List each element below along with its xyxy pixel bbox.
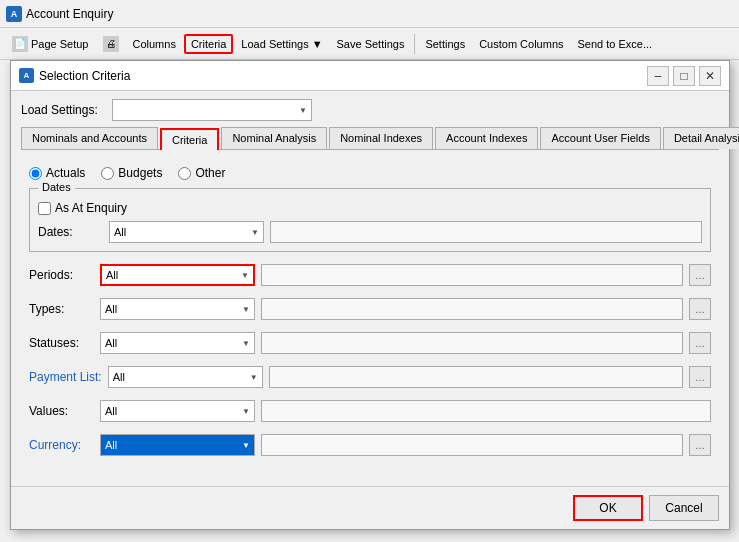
statuses-value: All: [105, 337, 117, 349]
custom-columns-button[interactable]: Custom Columns: [473, 35, 569, 53]
radio-group-actuals-budgets: Actuals Budgets Other: [29, 164, 711, 182]
values-dropdown[interactable]: All ▼: [100, 400, 255, 422]
dialog-footer: OK Cancel: [11, 486, 729, 529]
app-title: Account Enquiry: [26, 7, 113, 21]
payment-list-row: Payment List: All ▼ …: [29, 366, 711, 388]
types-label: Types:: [29, 302, 94, 316]
tab-criteria[interactable]: Criteria: [160, 128, 219, 150]
types-row: Types: All ▼ …: [29, 298, 711, 320]
main-toolbar: 📄 Page Setup 🖨 Columns Criteria Load Set…: [0, 28, 739, 60]
print-button[interactable]: 🖨: [97, 33, 125, 55]
toolbar-separator-1: [414, 34, 415, 54]
load-settings-dropdown[interactable]: ▼: [112, 99, 312, 121]
tab-nominal-analysis[interactable]: Nominal Analysis: [221, 127, 327, 149]
send-to-excel-button[interactable]: Send to Exce...: [572, 35, 659, 53]
as-at-enquiry-checkbox[interactable]: [38, 202, 51, 215]
radio-actuals[interactable]: Actuals: [29, 166, 85, 180]
dates-value: All: [114, 226, 126, 238]
page-setup-icon: 📄: [12, 36, 28, 52]
columns-button[interactable]: Columns: [127, 35, 182, 53]
dates-field-label: Dates:: [38, 225, 103, 239]
periods-text-field: [261, 264, 683, 286]
app-window: A Account Enquiry 📄 Page Setup 🖨 Columns…: [0, 0, 739, 542]
tab-nominals-accounts[interactable]: Nominals and Accounts: [21, 127, 158, 149]
dates-text-field: [270, 221, 702, 243]
currency-value: All: [105, 439, 117, 451]
statuses-row: Statuses: All ▼ …: [29, 332, 711, 354]
dialog-close-button[interactable]: ✕: [699, 66, 721, 86]
print-icon: 🖨: [103, 36, 119, 52]
dialog-minimize-button[interactable]: –: [647, 66, 669, 86]
statuses-dropdown-arrow-icon: ▼: [242, 339, 250, 348]
dialog-title-left: A Selection Criteria: [19, 68, 130, 83]
dialog-icon: A: [19, 68, 34, 83]
currency-dropdown[interactable]: All ▼: [100, 434, 255, 456]
periods-dropdown-arrow-icon: ▼: [241, 271, 249, 280]
dialog-content: Load Settings: ▼ Nominals and Accounts C…: [11, 91, 729, 486]
load-settings-label: Load Settings:: [21, 103, 106, 117]
types-dropdown-arrow-icon: ▼: [242, 305, 250, 314]
radio-other[interactable]: Other: [178, 166, 225, 180]
load-settings-row: Load Settings: ▼: [21, 99, 719, 121]
as-at-enquiry-row: As At Enquiry: [38, 201, 702, 215]
values-dropdown-arrow-icon: ▼: [242, 407, 250, 416]
values-value: All: [105, 405, 117, 417]
radio-other-input[interactable]: [178, 167, 191, 180]
ok-button[interactable]: OK: [573, 495, 643, 521]
app-icon: A: [6, 6, 22, 22]
tab-account-indexes[interactable]: Account Indexes: [435, 127, 538, 149]
types-dots-button[interactable]: …: [689, 298, 711, 320]
types-value: All: [105, 303, 117, 315]
dates-dropdown[interactable]: All ▼: [109, 221, 264, 243]
values-text-field: [261, 400, 711, 422]
dates-group-box: Dates As At Enquiry Dates: All ▼: [29, 188, 711, 252]
tab-detail-analysis[interactable]: Detail Analysis: [663, 127, 739, 149]
values-label: Values:: [29, 404, 94, 418]
currency-text-field: [261, 434, 683, 456]
radio-actuals-input[interactable]: [29, 167, 42, 180]
payment-list-dots-button[interactable]: …: [689, 366, 711, 388]
types-dropdown[interactable]: All ▼: [100, 298, 255, 320]
periods-row: Periods: All ▼ …: [29, 264, 711, 286]
periods-label: Periods:: [29, 268, 94, 282]
statuses-dots-button[interactable]: …: [689, 332, 711, 354]
as-at-enquiry-label: As At Enquiry: [55, 201, 127, 215]
dialog-controls: – □ ✕: [647, 66, 721, 86]
radio-actuals-label: Actuals: [46, 166, 85, 180]
payment-list-dropdown-arrow-icon: ▼: [250, 373, 258, 382]
statuses-text-field: [261, 332, 683, 354]
settings-button[interactable]: Settings: [419, 35, 471, 53]
radio-budgets[interactable]: Budgets: [101, 166, 162, 180]
types-text-field: [261, 298, 683, 320]
periods-dots-button[interactable]: …: [689, 264, 711, 286]
currency-dropdown-arrow-icon: ▼: [242, 441, 250, 450]
dialog-title-bar: A Selection Criteria – □ ✕: [11, 61, 729, 91]
tab-nominal-indexes[interactable]: Nominal Indexes: [329, 127, 433, 149]
dialog-maximize-button[interactable]: □: [673, 66, 695, 86]
tab-account-user-fields[interactable]: Account User Fields: [540, 127, 660, 149]
currency-dots-button[interactable]: …: [689, 434, 711, 456]
criteria-button[interactable]: Criteria: [184, 34, 233, 54]
dates-field-row: Dates: All ▼: [38, 221, 702, 243]
payment-list-label: Payment List:: [29, 370, 102, 384]
periods-value: All: [106, 269, 118, 281]
load-settings-button[interactable]: Load Settings ▼: [235, 35, 328, 53]
payment-list-dropdown[interactable]: All ▼: [108, 366, 263, 388]
payment-list-text-field: [269, 366, 683, 388]
statuses-label: Statuses:: [29, 336, 94, 350]
statuses-dropdown[interactable]: All ▼: [100, 332, 255, 354]
dialog-title: Selection Criteria: [39, 69, 130, 83]
app-title-bar: A Account Enquiry: [0, 0, 739, 28]
save-settings-button[interactable]: Save Settings: [331, 35, 411, 53]
payment-list-value: All: [113, 371, 125, 383]
radio-other-label: Other: [195, 166, 225, 180]
page-setup-button[interactable]: 📄 Page Setup: [6, 33, 95, 55]
radio-budgets-input[interactable]: [101, 167, 114, 180]
radio-budgets-label: Budgets: [118, 166, 162, 180]
cancel-button[interactable]: Cancel: [649, 495, 719, 521]
load-settings-arrow-icon: ▼: [312, 38, 323, 50]
dates-dropdown-arrow-icon: ▼: [251, 228, 259, 237]
load-settings-arrow-icon: ▼: [299, 106, 307, 115]
dates-group-title: Dates: [38, 181, 75, 193]
periods-dropdown[interactable]: All ▼: [100, 264, 255, 286]
